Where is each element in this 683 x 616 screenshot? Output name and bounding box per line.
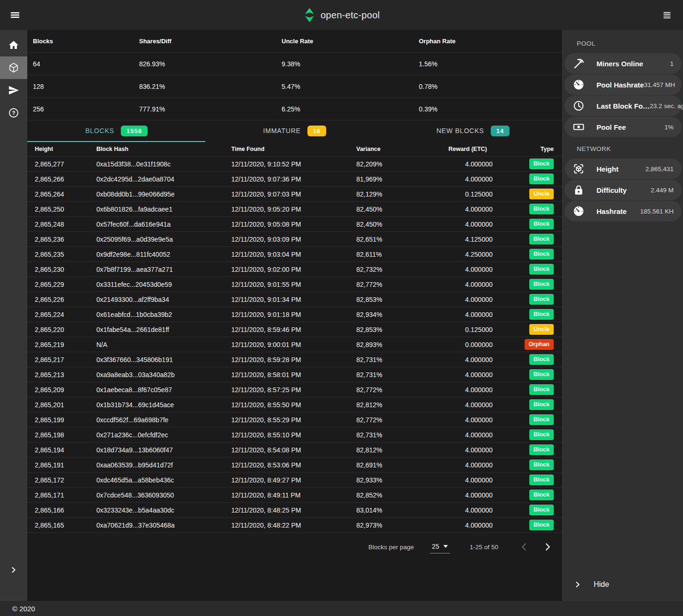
cell-height: 2,865,220 bbox=[35, 326, 96, 333]
copyright: © 2020 bbox=[12, 605, 35, 613]
block-row: 2,865,2500x6b801826...fa9adcaee112/11/20… bbox=[27, 202, 562, 217]
cell-variance: 82,812% bbox=[356, 446, 413, 454]
cell-reward: 0.125000 bbox=[413, 190, 493, 198]
cell-time: 12/11/2020, 8:49:11 PM bbox=[231, 491, 356, 499]
cell-reward: 4.000000 bbox=[413, 431, 493, 439]
hide-panel-button[interactable]: Hide bbox=[563, 568, 683, 601]
cell-time: 12/11/2020, 8:48:25 PM bbox=[231, 506, 356, 514]
tab-count-badge: 16 bbox=[307, 126, 326, 136]
stat-label: Pool Hashrate bbox=[597, 81, 644, 89]
cell-variance: 82,731% bbox=[356, 356, 413, 363]
menu-right-icon[interactable] bbox=[656, 4, 678, 26]
type-badge-block: Block bbox=[529, 399, 554, 410]
cell-variance: 82,691% bbox=[356, 461, 413, 469]
cell-hash: 0xaa063539...b95d41d72f bbox=[96, 461, 231, 469]
cell-hash: N/A bbox=[96, 341, 231, 348]
brand: open-etc-pool bbox=[303, 8, 380, 22]
luck-cell-uncle: 9.38% bbox=[282, 60, 419, 68]
cell-reward: 4.000000 bbox=[413, 205, 493, 213]
cell-height: 2,865,264 bbox=[35, 190, 96, 198]
blocks-table-header: Height Block Hash Time Found Variance Re… bbox=[27, 142, 562, 157]
prev-page-chevron-icon[interactable] bbox=[518, 541, 530, 553]
cell-variance: 82,893% bbox=[356, 341, 413, 348]
tab-label: BLOCKS bbox=[85, 127, 114, 134]
cell-type: Uncle bbox=[493, 324, 555, 334]
cell-variance: 82,450% bbox=[356, 221, 413, 228]
block-row: 2,865,2640xb08dd0b1...99e066d95e12/11/20… bbox=[27, 187, 562, 202]
cell-hash: 0x57fec60f...da616e941a bbox=[96, 221, 231, 228]
cell-hash: 0x21493300...af2ff9ba34 bbox=[96, 296, 231, 303]
per-page-select[interactable]: 25 bbox=[430, 540, 450, 553]
block-row: 2,865,1990xccdf562f...69a698b7fe12/11/20… bbox=[27, 412, 562, 427]
stat-value: 1 bbox=[670, 60, 674, 67]
tab-count-badge: 14 bbox=[491, 126, 510, 136]
cell-height: 2,865,250 bbox=[35, 205, 96, 213]
cell-time: 12/11/2020, 8:49:27 PM bbox=[231, 476, 356, 484]
luck-cell-shares: 826.93% bbox=[139, 60, 282, 68]
cell-time: 12/11/2020, 9:01:18 PM bbox=[231, 311, 356, 318]
cell-variance: 82,209% bbox=[356, 160, 413, 168]
luck-cell-shares: 836.21% bbox=[139, 83, 282, 90]
cell-variance: 82,853% bbox=[356, 296, 413, 303]
type-badge-block: Block bbox=[529, 294, 554, 304]
header-time: Time Found bbox=[231, 146, 356, 152]
tab-label: NEW BLOCKS bbox=[436, 127, 484, 134]
cell-hash: 0xb08dd0b1...99e066d95e bbox=[96, 190, 231, 198]
next-page-chevron-icon[interactable] bbox=[542, 541, 554, 553]
luck-cell-orphan: 1.56% bbox=[419, 60, 562, 68]
cell-time: 12/11/2020, 8:58:01 PM bbox=[231, 371, 356, 379]
block-row: 2,865,1710x7cdce548...363609305012/11/20… bbox=[27, 488, 562, 503]
cell-type: Block bbox=[493, 279, 555, 289]
rail-item-home[interactable] bbox=[0, 34, 27, 56]
rail-item-help[interactable]: ? bbox=[0, 102, 27, 124]
block-row: 2,865,1910xaa063539...b95d41d72f12/11/20… bbox=[27, 458, 562, 473]
cell-height: 2,865,224 bbox=[35, 311, 96, 318]
cell-height: 2,865,165 bbox=[35, 521, 96, 529]
hide-label: Hide bbox=[594, 580, 609, 589]
stat-value: 31.457 MH bbox=[644, 81, 675, 88]
gauge-icon bbox=[573, 79, 584, 91]
tab-immature[interactable]: IMMATURE16 bbox=[205, 120, 384, 142]
rail-item-cube[interactable] bbox=[0, 56, 27, 79]
stat-value: 185.561 KH bbox=[640, 208, 674, 215]
cell-reward: 4.000000 bbox=[413, 506, 493, 514]
cell-reward: 4.000000 bbox=[413, 461, 493, 469]
cube-scan-icon bbox=[573, 163, 584, 175]
menu-icon[interactable] bbox=[4, 4, 26, 26]
luck-table-header: Blocks Shares/Diff Uncle Rate Orphan Rat… bbox=[27, 30, 562, 53]
block-row: 2,865,1650xa70621d9...37e305468a12/11/20… bbox=[27, 518, 562, 533]
cell-reward: 4.000000 bbox=[413, 491, 493, 499]
type-badge-block: Block bbox=[529, 264, 554, 274]
cell-time: 12/11/2020, 9:07:03 PM bbox=[231, 190, 356, 198]
rail-expand-chevron[interactable] bbox=[0, 561, 27, 579]
cell-variance: 82,772% bbox=[356, 281, 413, 288]
tab-new-blocks[interactable]: NEW BLOCKS14 bbox=[384, 120, 562, 142]
luck-cell-orphan: 0.39% bbox=[419, 105, 562, 113]
stat-label: Pool Fee bbox=[597, 123, 626, 131]
blocks-table: Height Block Hash Time Found Variance Re… bbox=[27, 142, 562, 561]
cell-type: Block bbox=[493, 459, 555, 470]
cell-type: Block bbox=[493, 490, 555, 500]
cell-hash: 0x61eabfcd...1b0cba39b2 bbox=[96, 311, 231, 318]
block-row: 2,865,1660x3233243e...b5a4aa30dc12/11/20… bbox=[27, 503, 562, 518]
cell-time: 12/11/2020, 9:00:01 PM bbox=[231, 341, 356, 348]
svg-text:?: ? bbox=[12, 110, 15, 116]
cell-hash: 0x1b31b734...69c1d45ace bbox=[96, 401, 231, 409]
rail-item-send[interactable] bbox=[0, 79, 27, 102]
type-badge-block: Block bbox=[529, 459, 554, 470]
luck-row: 64826.93%9.38%1.56% bbox=[27, 53, 562, 75]
stat-label: Difficulty bbox=[597, 186, 627, 194]
tab-blocks[interactable]: BLOCKS1558 bbox=[27, 120, 205, 142]
cell-reward: 4.000000 bbox=[413, 371, 493, 379]
cell-variance: 82,852% bbox=[356, 491, 413, 499]
cell-variance: 82,450% bbox=[356, 205, 413, 213]
cell-hash: 0xa9a8eab3...03a340a82b bbox=[96, 371, 231, 379]
stats-panel: POOL Miners Online1Pool Hashrate31.457 M… bbox=[562, 30, 683, 601]
cell-time: 12/11/2020, 9:03:04 PM bbox=[231, 251, 356, 258]
cell-variance: 82,772% bbox=[356, 386, 413, 394]
cell-reward: 4.000000 bbox=[413, 476, 493, 484]
cell-hash: 0x1fabe54a...2661de81ff bbox=[96, 326, 231, 333]
luck-row: 256777.91%6.25%0.39% bbox=[27, 98, 562, 120]
cell-hash: 0x3311efec...20453d0e59 bbox=[96, 281, 231, 288]
top-app-bar: open-etc-pool bbox=[0, 0, 683, 30]
